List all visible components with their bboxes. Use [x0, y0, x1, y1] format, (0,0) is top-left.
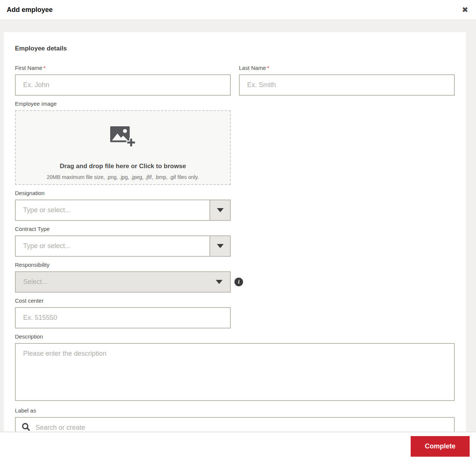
- employee-details-card: Employee details First Name * Last Name …: [4, 32, 466, 432]
- first-name-input[interactable]: [15, 74, 231, 96]
- required-asterisk: *: [267, 65, 270, 71]
- chevron-down-icon: [217, 208, 224, 212]
- dropzone-title: Drag and drop file here or Click to brow…: [60, 163, 186, 170]
- required-asterisk: *: [43, 65, 46, 71]
- chevron-down-icon: [217, 244, 224, 248]
- label-as-search-box[interactable]: [15, 417, 455, 432]
- last-name-label: Last Name *: [239, 65, 455, 71]
- dropzone-hint: 20MB maximum file size, .png, .jpg, .jpe…: [47, 174, 199, 180]
- responsibility-placeholder: Select...: [16, 278, 47, 286]
- contract-type-select[interactable]: Type or select...: [15, 235, 231, 257]
- description-label: Description: [15, 333, 455, 340]
- responsibility-label: Responsibility: [15, 262, 455, 268]
- cost-center-label: Cost center: [15, 297, 455, 304]
- complete-button[interactable]: Complete: [411, 436, 470, 457]
- employee-image-dropzone[interactable]: Drag and drop file here or Click to brow…: [15, 110, 231, 185]
- designation-placeholder: Type or select...: [16, 206, 71, 214]
- designation-select[interactable]: Type or select...: [15, 200, 231, 221]
- modal-body: Employee details First Name * Last Name …: [0, 20, 476, 432]
- contract-type-placeholder: Type or select...: [16, 242, 71, 250]
- section-title: Employee details: [15, 45, 455, 52]
- close-icon[interactable]: ✖: [462, 6, 468, 13]
- last-name-input[interactable]: [239, 74, 455, 96]
- first-name-field: First Name *: [15, 60, 231, 96]
- name-row: First Name * Last Name *: [15, 60, 455, 96]
- first-name-label: First Name *: [15, 65, 231, 71]
- cost-center-input[interactable]: [15, 307, 231, 328]
- responsibility-row: Select... i: [15, 271, 455, 293]
- responsibility-select: Select...: [15, 271, 231, 293]
- contract-type-dropdown-button[interactable]: [209, 236, 230, 256]
- designation-label: Designation: [15, 190, 455, 197]
- modal-title: Add employee: [7, 6, 53, 14]
- modal-header: Add employee ✖: [0, 0, 476, 20]
- description-textarea[interactable]: [15, 343, 455, 401]
- info-icon[interactable]: i: [234, 278, 243, 286]
- chevron-down-icon: [216, 280, 223, 284]
- image-plus-icon: [110, 125, 136, 149]
- contract-type-label: Contract Type: [15, 226, 455, 232]
- label-as-input[interactable]: [35, 424, 448, 432]
- designation-dropdown-button[interactable]: [209, 200, 230, 220]
- search-icon: [21, 422, 31, 432]
- employee-image-label: Employee image: [15, 101, 455, 107]
- label-as-label: Label as: [15, 407, 455, 414]
- modal-footer: Complete: [0, 432, 476, 457]
- last-name-field: Last Name *: [239, 60, 455, 96]
